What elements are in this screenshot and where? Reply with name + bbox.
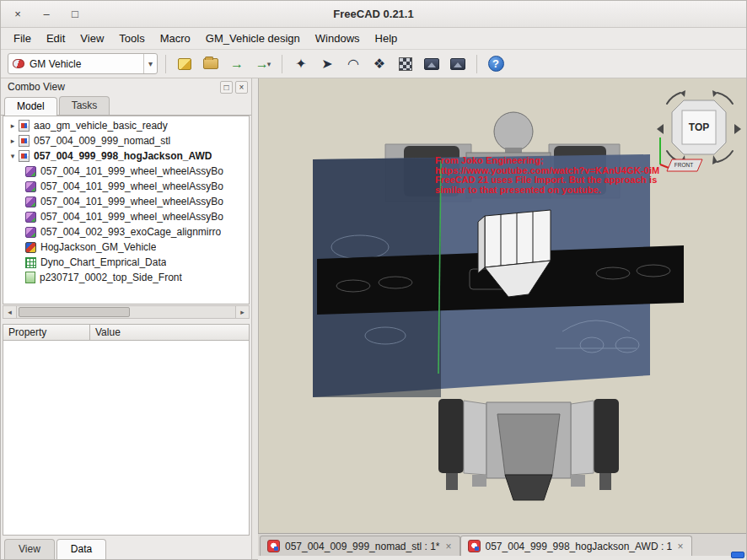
image-plane-button[interactable] (421, 53, 443, 75)
nav-cube-top-face: TOP (689, 121, 709, 133)
part-cube-icon (25, 212, 36, 223)
menu-gm-vehicle-design[interactable]: GM_Vehicle design (198, 29, 308, 48)
tree-item[interactable]: 057_004_101_999_wheel_wheelAssyBo (3, 179, 249, 194)
open-folder-button[interactable] (200, 53, 222, 75)
star-tool-icon: ✦ (295, 57, 306, 71)
part-cube-icon (25, 181, 36, 192)
tree-horizontal-scrollbar[interactable]: ◂ ▸ (3, 305, 250, 319)
tree-item-label: 057_004_002_993_exoCage_alignmirro (40, 226, 221, 238)
document-tab-label: 057_004_009_999_nomad_stl : 1* (285, 541, 440, 552)
star-tool-button[interactable]: ✦ (290, 53, 312, 75)
tree-item[interactable]: 057_004_002_993_exoCage_alignmirro (3, 224, 249, 240)
column-header-value[interactable]: Value (89, 324, 250, 341)
close-tab-icon[interactable]: × (445, 541, 453, 552)
export-dropdown-icon[interactable]: ▾ (267, 60, 271, 68)
tree-item[interactable]: 057_004_101_999_wheel_wheelAssyBo (3, 209, 249, 224)
help-icon: ? (488, 56, 504, 72)
tab-model[interactable]: Model (4, 97, 57, 116)
scroll-left-icon[interactable]: ◂ (3, 306, 17, 318)
tree-item[interactable]: ▸ aao_gm_vehicle_basic_ready (3, 118, 249, 133)
tab-data[interactable]: Data (56, 539, 106, 559)
tree-item-label: 057_004_101_999_wheel_wheelAssyBo (40, 196, 223, 207)
close-tab-icon[interactable]: × (677, 541, 685, 552)
new-part-button[interactable] (174, 53, 196, 75)
expand-arrow-icon[interactable]: ▸ (7, 121, 19, 130)
menu-view[interactable]: View (73, 29, 111, 48)
part-cube-icon (25, 197, 36, 207)
tree-item-label: HogJackson_GM_Vehicle (40, 241, 156, 253)
document-tab-hogjackson[interactable]: 057_004_999_998_hogJackson_AWD : 1* × (460, 536, 692, 556)
workbench-selector[interactable]: GM Vehicle ▾ (8, 53, 158, 74)
collapse-arrow-icon[interactable]: ▾ (7, 152, 19, 160)
combo-view-tabs: Model Tasks (1, 95, 251, 116)
navigation-cube[interactable]: TOP FRONT (655, 87, 743, 181)
toolbar-separator (282, 55, 282, 73)
3d-viewport[interactable]: From Joko Engineering; https://www.youtu… (258, 78, 746, 533)
curve-tool-button[interactable]: ◠ (342, 53, 364, 75)
freecad-window: × – □ FreeCAD 0.21.1 File Edit View Tool… (0, 0, 747, 560)
tree-item-label: Dyno_Chart_Emprical_Data (40, 256, 166, 268)
export-button[interactable]: →▾ (252, 53, 274, 75)
new-part-icon (178, 58, 191, 70)
import-button[interactable]: → (226, 53, 248, 75)
tree-item-label: p230717_0002_top_Side_Front (40, 272, 182, 283)
tree-item[interactable]: HogJackson_GM_Vehicle (3, 240, 249, 255)
expand-arrow-icon[interactable]: ▸ (7, 137, 19, 145)
menu-macro[interactable]: Macro (153, 29, 198, 48)
rotate-arrow-icon (667, 93, 680, 104)
rotate-arrow-icon (717, 151, 733, 162)
pan-right-arrow-icon (734, 124, 741, 134)
column-header-property[interactable]: Property (3, 324, 89, 341)
help-button[interactable]: ? (485, 53, 507, 75)
maximize-window-icon[interactable]: □ (68, 8, 82, 21)
chevron-down-icon[interactable]: ▾ (143, 54, 153, 73)
texture-button[interactable] (447, 53, 469, 75)
main-content: Combo View □ × Model Tasks ▸ aao_gm_vehi… (1, 78, 746, 559)
menu-windows[interactable]: Windows (308, 29, 368, 48)
minimize-window-icon[interactable]: – (40, 8, 53, 21)
tab-view[interactable]: View (4, 539, 55, 559)
tree-item-label: 057_004_009_999_nomad_stl (34, 135, 170, 147)
scroll-right-icon[interactable]: ▸ (235, 306, 249, 318)
close-panel-icon[interactable]: × (235, 81, 248, 94)
checkerboard-button[interactable] (395, 53, 416, 75)
property-view-tabs: View Data (1, 536, 251, 559)
annotation-line: similar to that presented on youtube. (435, 186, 746, 196)
panel-splitter[interactable] (252, 78, 258, 559)
part-cube-icon (25, 166, 36, 177)
property-table-body[interactable] (3, 341, 250, 536)
import-arrow-icon: → (230, 57, 244, 71)
tree-item-active-document[interactable]: ▾ 057_004_999_998_hogJackson_AWD (3, 148, 249, 164)
freecad-file-icon (267, 540, 280, 552)
titlebar: × – □ FreeCAD 0.21.1 (1, 1, 746, 28)
document-icon (19, 135, 30, 147)
window-title: FreeCAD 0.21.1 (1, 8, 746, 20)
arrow-tool-button[interactable]: ➤ (316, 53, 338, 75)
curve-tool-icon: ◠ (347, 57, 359, 71)
mesh-tool-button[interactable]: ❖ (368, 53, 390, 75)
open-folder-icon (203, 58, 218, 69)
menu-file[interactable]: File (6, 29, 39, 48)
tree-item[interactable]: ▸ 057_004_009_999_nomad_stl (3, 133, 249, 148)
viewport-column: From Joko Engineering; https://www.youtu… (258, 78, 746, 559)
menubar: File Edit View Tools Macro GM_Vehicle de… (1, 28, 746, 50)
status-indicator (731, 552, 744, 558)
toolbar-separator (476, 55, 477, 73)
tree-item[interactable]: p230717_0002_top_Side_Front (3, 270, 249, 285)
toolbar: GM Vehicle ▾ → →▾ ✦ ➤ ◠ ❖ ? (1, 50, 746, 78)
combo-view-panel: Combo View □ × Model Tasks ▸ aao_gm_vehi… (1, 78, 252, 559)
tree-item[interactable]: Dyno_Chart_Emprical_Data (3, 255, 249, 270)
rotate-arrow-icon (717, 93, 733, 104)
tree-item[interactable]: 057_004_101_999_wheel_wheelAssyBo (3, 164, 249, 179)
document-tab-nomad[interactable]: 057_004_009_999_nomad_stl : 1* × (260, 536, 460, 556)
close-window-icon[interactable]: × (11, 8, 24, 21)
freecad-file-icon (468, 540, 481, 552)
tree-item[interactable]: 057_004_101_999_wheel_wheelAssyBo (3, 194, 249, 209)
mesh-tool-icon: ❖ (374, 57, 385, 71)
tab-tasks[interactable]: Tasks (59, 96, 110, 115)
menu-tools[interactable]: Tools (111, 29, 152, 48)
menu-help[interactable]: Help (368, 29, 406, 48)
menu-edit[interactable]: Edit (39, 29, 73, 48)
scrollbar-thumb[interactable] (19, 307, 130, 317)
undock-panel-icon[interactable]: □ (220, 81, 233, 94)
